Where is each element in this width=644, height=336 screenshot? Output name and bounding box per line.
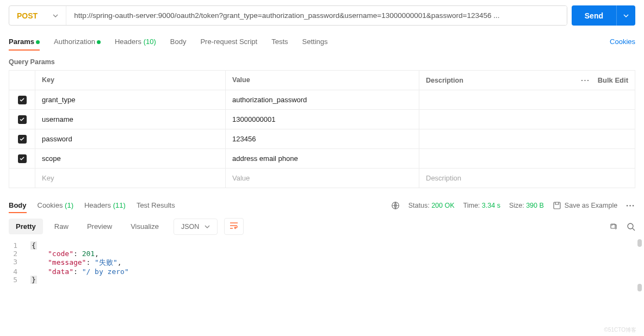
- table-row: scope address email phone: [9, 149, 635, 169]
- param-value[interactable]: authorization_password: [226, 90, 419, 109]
- bulk-edit-link[interactable]: Bulk Edit: [598, 76, 628, 84]
- params-table: Key Value Description ··· Bulk Edit gran…: [9, 70, 635, 188]
- tab-authorization[interactable]: Authorization: [54, 33, 101, 50]
- param-value[interactable]: address email phone: [226, 149, 419, 168]
- param-key-placeholder[interactable]: Key: [35, 169, 226, 188]
- auth-indicator: [97, 40, 101, 44]
- param-key[interactable]: grant_type: [35, 90, 226, 109]
- param-key[interactable]: scope: [35, 149, 226, 168]
- chevron-down-icon: [623, 13, 629, 18]
- view-toolbar: Pretty Raw Preview Visualize JSON: [0, 213, 644, 238]
- row-checkbox[interactable]: [18, 96, 27, 104]
- table-row: password 123456: [9, 129, 635, 149]
- col-value: Value: [226, 71, 419, 90]
- tab-settings[interactable]: Settings: [302, 33, 328, 50]
- more-icon[interactable]: ···: [581, 77, 590, 84]
- save-icon: [553, 201, 561, 210]
- tab-headers[interactable]: Headers (10): [115, 33, 156, 50]
- param-desc[interactable]: [419, 90, 635, 109]
- more-icon[interactable]: ●●●: [626, 204, 635, 207]
- globe-icon[interactable]: [391, 201, 400, 210]
- save-as-example[interactable]: Save as Example: [553, 201, 617, 210]
- response-body: 1{ 2"code": 201, 3"message": "失败", 4"dat…: [0, 238, 644, 293]
- format-select[interactable]: JSON: [174, 219, 218, 235]
- scrollbar[interactable]: [637, 239, 642, 247]
- table-row-new[interactable]: Key Value Description: [9, 169, 635, 188]
- search-icon[interactable]: [627, 222, 635, 231]
- tab-params[interactable]: Params: [9, 33, 40, 50]
- wrap-lines-button[interactable]: [224, 218, 244, 235]
- resp-tab-body[interactable]: Body: [9, 198, 27, 213]
- row-checkbox[interactable]: [18, 154, 27, 163]
- resp-tab-headers[interactable]: Headers (11): [84, 198, 126, 213]
- tab-tests[interactable]: Tests: [271, 33, 288, 50]
- response-tabs: Body Cookies (1) Headers (11) Test Resul…: [0, 188, 644, 213]
- param-key[interactable]: password: [35, 129, 226, 148]
- resp-tab-testresults[interactable]: Test Results: [137, 198, 175, 213]
- http-method-select[interactable]: POST: [9, 6, 66, 25]
- row-checkbox[interactable]: [18, 115, 27, 124]
- param-value-placeholder[interactable]: Value: [226, 169, 419, 188]
- table-row: grant_type authorization_password: [9, 90, 635, 110]
- tab-body[interactable]: Body: [170, 33, 187, 50]
- send-dropdown[interactable]: [616, 5, 635, 26]
- view-preview[interactable]: Preview: [80, 219, 119, 234]
- param-key[interactable]: username: [35, 110, 226, 129]
- query-params-heading: Query Params: [0, 51, 644, 70]
- view-pretty[interactable]: Pretty: [9, 219, 43, 234]
- url-input[interactable]: [66, 6, 567, 25]
- cookies-link[interactable]: Cookies: [610, 38, 635, 46]
- col-description: Description: [426, 77, 463, 84]
- chevron-down-icon: [53, 13, 58, 18]
- param-desc[interactable]: [419, 129, 635, 148]
- copy-icon[interactable]: [609, 222, 618, 231]
- time-meta: Time: 3.34 s: [463, 202, 500, 209]
- svg-point-3: [628, 223, 633, 229]
- col-key: Key: [35, 71, 226, 90]
- chevron-down-icon: [205, 224, 210, 229]
- method-url-group: POST: [9, 5, 567, 26]
- request-tabs: Params Authorization Headers (10) Body P…: [0, 31, 644, 51]
- svg-rect-1: [554, 202, 560, 209]
- param-desc[interactable]: [419, 149, 635, 168]
- view-raw[interactable]: Raw: [47, 219, 76, 234]
- size-meta: Size: 390 B: [509, 202, 544, 209]
- param-value[interactable]: 123456: [226, 129, 419, 148]
- view-visualize[interactable]: Visualize: [123, 219, 166, 234]
- wrap-icon: [230, 222, 238, 229]
- table-header-row: Key Value Description ··· Bulk Edit: [9, 71, 635, 90]
- http-method-label: POST: [17, 11, 38, 20]
- status-meta: Status: 200 OK: [408, 202, 455, 209]
- param-desc[interactable]: [419, 110, 635, 129]
- send-button-group: Send: [572, 5, 635, 26]
- scrollbar[interactable]: [637, 284, 642, 291]
- param-desc-placeholder[interactable]: Description: [419, 169, 635, 188]
- params-indicator: [36, 40, 40, 44]
- resp-tab-cookies[interactable]: Cookies (1): [38, 198, 73, 213]
- send-button[interactable]: Send: [572, 5, 616, 26]
- row-checkbox[interactable]: [18, 135, 27, 144]
- tab-prerequest[interactable]: Pre-request Script: [200, 33, 257, 50]
- table-row: username 13000000001: [9, 110, 635, 129]
- param-value[interactable]: 13000000001: [226, 110, 419, 129]
